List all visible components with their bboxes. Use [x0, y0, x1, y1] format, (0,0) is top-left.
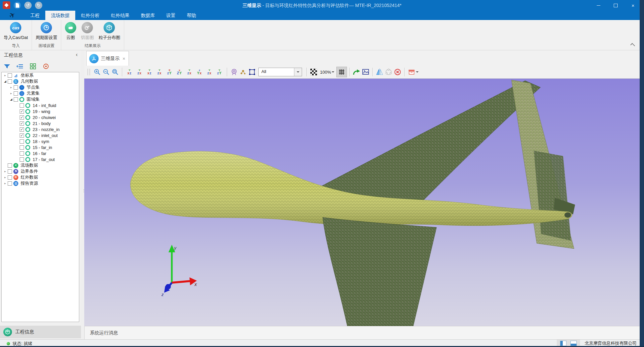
- archive-box-icon[interactable]: [407, 67, 416, 77]
- layout-left-panel-icon[interactable]: [560, 341, 566, 346]
- particle-distribution-button[interactable]: 粒子分布图: [96, 21, 123, 42]
- periodic-surface-button[interactable]: 周期面设置: [33, 21, 60, 42]
- tree-checkbox[interactable]: ✓: [20, 121, 24, 126]
- tree-expand-icon[interactable]: ▸: [3, 74, 7, 77]
- menu-flowfield-data[interactable]: 流场数据: [45, 11, 75, 20]
- tree-expand-icon[interactable]: ▸: [3, 182, 7, 185]
- tree-checkbox[interactable]: [8, 73, 12, 78]
- menu-engineering[interactable]: 工程: [25, 11, 45, 20]
- molecule-icon[interactable]: [238, 67, 247, 77]
- list-view-icon[interactable]: [16, 63, 24, 70]
- import-cas-dat-button[interactable]: cas 导入Cas/Dat: [1, 21, 30, 42]
- tree-expand-icon[interactable]: ◢: [3, 80, 7, 83]
- maximize-button[interactable]: [611, 2, 620, 9]
- tree-expand-icon[interactable]: ▸: [3, 170, 7, 173]
- view-orientation-icon-3[interactable]: Yxz: [145, 67, 155, 77]
- zoom-in-icon[interactable]: [93, 67, 102, 77]
- locate-target-icon[interactable]: [42, 63, 50, 70]
- tree-checkbox[interactable]: [20, 151, 24, 156]
- archive-dropdown-icon[interactable]: [416, 71, 419, 74]
- view-orientation-icon-6[interactable]: xZY: [174, 67, 184, 77]
- grid-toggle-button[interactable]: [336, 67, 347, 77]
- tree-checkbox[interactable]: [8, 175, 12, 180]
- view-orientation-icon-7[interactable]: Yzx: [184, 67, 194, 77]
- share-cloud-icon[interactable]: [384, 67, 393, 77]
- mirror-icon[interactable]: [375, 67, 384, 77]
- system-message-panel[interactable]: 系统运行消息: [84, 326, 640, 340]
- tree-checkbox[interactable]: ✓: [20, 127, 24, 132]
- camera-beacon-icon[interactable]: [229, 67, 238, 77]
- layout-bottom-panel-icon[interactable]: [570, 341, 577, 346]
- contour-map-button[interactable]: 云图: [63, 21, 79, 42]
- grid-view-icon[interactable]: [29, 63, 37, 70]
- tree-expand-icon[interactable]: ▸: [9, 86, 13, 89]
- view-orientation-icon-9[interactable]: Yzx: [204, 67, 214, 77]
- tree-item[interactable]: ▸☀红外数据: [2, 174, 79, 180]
- tree-item[interactable]: ✓22 - inlet_out: [2, 132, 79, 138]
- tree-expand-icon[interactable]: ◢: [9, 98, 13, 101]
- view-orientation-icon-10[interactable]: YzY: [214, 67, 224, 77]
- tree-checkbox[interactable]: [20, 145, 24, 150]
- tree-checkbox[interactable]: [14, 91, 18, 96]
- tree-checkbox[interactable]: ✓: [20, 109, 24, 114]
- tree-item[interactable]: 16 - far: [2, 150, 79, 156]
- tree-expand-icon[interactable]: ▸: [9, 92, 13, 95]
- view-orientation-icon-5[interactable]: XzY: [164, 67, 174, 77]
- tree-item[interactable]: ◢△几何数据: [2, 78, 79, 84]
- select-region-icon[interactable]: [247, 67, 256, 77]
- tree-item[interactable]: 14 - int_fluid: [2, 102, 79, 108]
- tree-checkbox[interactable]: [20, 103, 24, 108]
- menu-infrared-results[interactable]: 红外结果: [105, 11, 135, 20]
- view-orientation-icon-2[interactable]: Yzx: [135, 67, 145, 77]
- tree-item[interactable]: ▸◌元素集: [2, 90, 79, 96]
- menu-infrared-analysis[interactable]: 红外分析: [75, 11, 105, 20]
- tree-checkbox[interactable]: [20, 139, 24, 144]
- viewport-3d-canvas[interactable]: x y z: [84, 79, 640, 326]
- tree-item[interactable]: 17 - far_out: [2, 156, 79, 162]
- menu-database[interactable]: 数据库: [135, 11, 161, 20]
- tree-checkbox[interactable]: [8, 181, 12, 186]
- combobox-arrow-icon[interactable]: [294, 68, 302, 76]
- tree-checkbox[interactable]: [8, 79, 12, 84]
- view-orientation-icon-1[interactable]: Yxz: [125, 67, 135, 77]
- zoom-out-icon[interactable]: [102, 67, 111, 77]
- tree-item[interactable]: ✓23 - nozzle_in: [2, 126, 79, 132]
- close-button[interactable]: ×: [629, 2, 637, 9]
- delete-circle-icon[interactable]: [393, 67, 402, 77]
- tab-close-icon[interactable]: ×: [123, 56, 125, 61]
- display-filter-combobox[interactable]: All: [258, 68, 302, 76]
- tree-checkbox[interactable]: [14, 97, 18, 102]
- toolbar-drag-handle[interactable]: [88, 69, 90, 75]
- zoom-fit-icon[interactable]: [111, 67, 120, 77]
- menu-settings[interactable]: 设置: [161, 11, 181, 20]
- filter-icon[interactable]: [3, 63, 11, 70]
- tree-item[interactable]: ✓19 - wing: [2, 108, 79, 114]
- screenshot-image-icon[interactable]: [361, 67, 370, 77]
- tree-checkbox[interactable]: ✓: [20, 115, 24, 120]
- opacity-checker-icon[interactable]: [309, 67, 318, 77]
- tree-item[interactable]: 18 - sym: [2, 138, 79, 144]
- tree-item[interactable]: ▸▤报告资源: [2, 180, 79, 186]
- menu-help[interactable]: 帮助: [181, 11, 202, 20]
- tree-item[interactable]: ▸∴节点集: [2, 84, 79, 90]
- export-arrow-icon[interactable]: [352, 67, 361, 77]
- tree-checkbox[interactable]: [20, 157, 24, 162]
- tab-3d-display[interactable]: 三维显示 ×: [86, 51, 129, 66]
- tree-item[interactable]: 15 - far_in: [2, 144, 79, 150]
- tree-item[interactable]: ▸⚑边界条件: [2, 168, 79, 174]
- tree-item[interactable]: ◢面域集: [2, 96, 79, 102]
- tree-item[interactable]: ✓20 - chuiwei: [2, 114, 79, 120]
- tree-item[interactable]: ▸⊿坐标系: [2, 72, 79, 78]
- view-orientation-icon-8[interactable]: zYx: [194, 67, 204, 77]
- tree-item[interactable]: <流场数据: [2, 162, 79, 168]
- tree-checkbox[interactable]: [8, 169, 12, 174]
- tree-checkbox[interactable]: ✓: [20, 133, 24, 138]
- sidebar-collapse-button[interactable]: ‹: [76, 52, 78, 58]
- opacity-dropdown-icon[interactable]: [332, 71, 334, 74]
- view-orientation-icon-4[interactable]: Yzx: [155, 67, 164, 77]
- tree-item[interactable]: ✓21 - body: [2, 120, 79, 126]
- slice-map-button[interactable]: 切面图: [79, 21, 96, 42]
- minimize-button[interactable]: [594, 2, 603, 9]
- tree-checkbox[interactable]: [8, 163, 12, 168]
- opacity-value[interactable]: 100%: [320, 70, 331, 75]
